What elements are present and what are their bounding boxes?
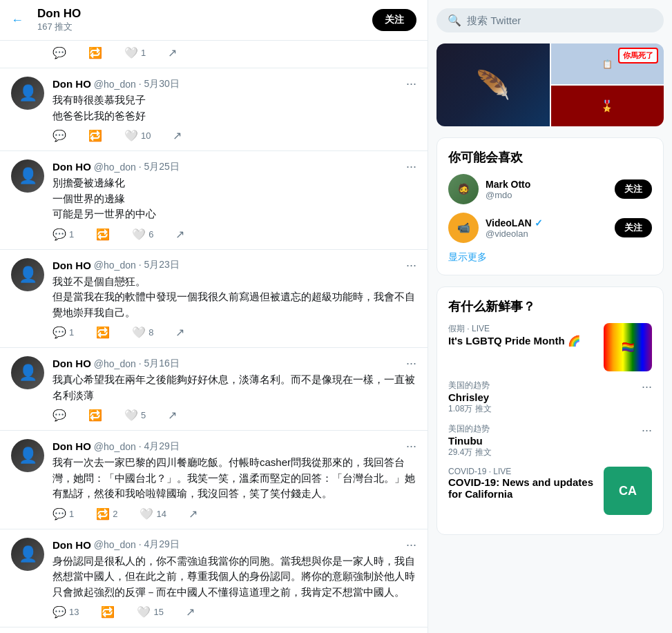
suggestion-handle: @videolan [486, 228, 615, 239]
tweet-more-button[interactable]: ··· [406, 159, 416, 174]
tweet-header: Don HO @ho_don · 5月30日 ··· [52, 77, 416, 91]
tweet-more-button[interactable]: ··· [406, 538, 416, 552]
tweet-header: Don HO @ho_don · 5月25日 ··· [52, 159, 416, 174]
retweet-action[interactable]: 🔁 [96, 326, 110, 339]
top-actions-bar: 💬 🔁 🤍 1 ↗ [0, 41, 428, 68]
search-input[interactable] [467, 14, 653, 26]
share-action[interactable]: ↗ [189, 507, 198, 520]
follow-button[interactable]: 关注 [372, 9, 416, 31]
like-action[interactable]: 🤍 6 [132, 228, 153, 241]
like-action[interactable]: 🤍 1 [124, 46, 146, 59]
tweet-date: · 4月29日 [139, 538, 180, 551]
trend-item: COVID-19 · LIVE COVID-19: News and updat… [448, 467, 652, 515]
like-action[interactable]: 🤍 8 [132, 326, 153, 339]
tweet-handle: @ho_don [94, 260, 136, 271]
header-info: Don HO 167 推文 → [37, 7, 372, 33]
like-icon: 🤍 [137, 605, 151, 619]
like-count: 1 [141, 48, 146, 58]
share-action[interactable]: ↗ [168, 46, 177, 59]
share-icon: ↗ [168, 46, 177, 59]
like-count: 15 [153, 607, 163, 617]
suggestion-name: Mark Otto [486, 179, 615, 190]
trend-main-image: 🪶 [436, 43, 550, 126]
like-count: 6 [148, 229, 153, 240]
user-avatar: 👤 [11, 77, 44, 110]
tweet-text: 我有一次去一家巴黎的四川餐廳吃飯。付帳時casher問我從那來的，我回答台灣，她… [52, 455, 416, 502]
tweet-handle: @ho_don [94, 441, 136, 452]
share-action[interactable]: ↗ [175, 326, 184, 339]
follow-suggestion-button[interactable]: 关注 [615, 179, 652, 199]
reply-action[interactable]: 💬 13 [52, 605, 79, 619]
like-count: 8 [148, 327, 153, 338]
retweet-action[interactable]: 🔁 [88, 46, 102, 59]
tweet-more-button[interactable]: ··· [406, 356, 416, 371]
tweet-header: Don HO @ho_don · 4月29日 ··· [52, 439, 416, 454]
retweet-action[interactable]: 🔁 [96, 228, 110, 241]
tweet-username: Don HO [52, 358, 91, 369]
trend-name[interactable]: Chrisley [448, 391, 642, 403]
like-action[interactable]: 🤍 14 [140, 507, 166, 520]
tweet-username: Don HO [52, 161, 91, 173]
tweet-text: 我真心希望我在兩年之後能夠好好休息，淡薄名利。而不是像現在一樣，一直被名利淡薄 [52, 372, 416, 403]
tweet-actions: 💬 🔁 🤍 5 ↗ [52, 409, 416, 422]
tweet-row: 👤 Don HO @ho_don · 5月30日 ··· 我有時很羨慕我兒子他爸… [0, 68, 428, 151]
like-action[interactable]: 🤍 5 [124, 409, 146, 422]
retweet-action[interactable]: 🔁 [101, 605, 115, 619]
user-avatar: 👤 [11, 159, 44, 193]
trend-name[interactable]: Tinubu [448, 435, 642, 447]
like-action[interactable]: 🤍 15 [137, 605, 163, 619]
retweet-icon: 🔁 [96, 507, 110, 520]
reply-action[interactable]: 💬 [52, 409, 66, 422]
tweet-meta: Don HO @ho_don · 5月16日 [52, 358, 180, 370]
trend-more-button[interactable]: ··· [642, 380, 652, 394]
tweet-more-button[interactable]: ··· [406, 439, 416, 454]
tweet-actions: 💬 1 🔁 🤍 6 ↗ [52, 228, 416, 241]
tweet-count: 167 推文 [37, 21, 372, 33]
search-box[interactable]: 🔍 [436, 8, 664, 32]
reply-action[interactable]: 💬 1 [52, 228, 74, 241]
right-sidebar: 🔍 🪶 📋 你馬死了 🎖️ 你可能会喜欢 [428, 0, 672, 633]
reply-action[interactable]: 💬 1 [52, 326, 74, 339]
trend-name[interactable]: COVID-19: News and updates for Californi… [448, 476, 598, 500]
share-action[interactable]: ↗ [175, 228, 184, 241]
tweet-body: Don HO @ho_don · 5月30日 ··· 我有時很羨慕我兒子他爸爸比… [52, 77, 416, 142]
share-icon: ↗ [189, 507, 198, 520]
retweet-icon: 🔁 [88, 409, 102, 422]
share-action[interactable]: ↗ [186, 605, 195, 619]
like-icon: 🤍 [140, 507, 153, 520]
verified-icon: ✓ [535, 217, 543, 228]
tweet-more-button[interactable]: ··· [406, 77, 416, 91]
tweet-more-button[interactable]: ··· [406, 258, 416, 273]
tweet-date: · 5月23日 [139, 259, 180, 271]
tweet-username: Don HO [52, 260, 91, 271]
tweet-body: Don HO @ho_don · 4月29日 ··· 我有一次去一家巴黎的四川餐… [52, 439, 416, 520]
suggestions-title: 你可能会喜欢 [448, 149, 652, 166]
trend-more-button[interactable]: ··· [642, 423, 652, 438]
reply-action[interactable]: 💬 [52, 46, 66, 59]
retweet-action[interactable]: 🔁 [88, 129, 102, 142]
tweet-username: Don HO [52, 440, 91, 452]
whats-happening-title: 有什么新鲜事？ [448, 298, 652, 315]
suggestion-item: 📹 VideoLAN ✓ @videolan 关注 [448, 213, 652, 243]
trends-list: 假期 · LIVE It's LGBTQ Pride Month 🌈 🏳️‍🌈 … [448, 323, 652, 515]
retweet-icon: 🔁 [96, 326, 110, 339]
back-button[interactable]: ← [11, 13, 23, 28]
retweet-action[interactable]: 🔁 2 [96, 507, 117, 520]
trend-overlay-text: 📋 [602, 59, 613, 69]
share-action[interactable]: ↗ [168, 409, 177, 422]
tweet-body: Don HO @ho_don · 4月29日 ··· 身份認同是很私人的，你不需… [52, 538, 416, 619]
like-action[interactable]: 🤍 10 [124, 129, 151, 142]
reply-action[interactable]: 💬 1 [52, 507, 74, 520]
reply-action[interactable]: 💬 [52, 129, 66, 142]
share-action[interactable]: ↗ [173, 129, 182, 142]
show-more-link[interactable]: 显示更多 [448, 251, 652, 264]
trend-name[interactable]: It's LGBTQ Pride Month 🌈 [448, 335, 598, 347]
trend-category: 美国的趋势 [448, 380, 642, 391]
reply-icon: 💬 [52, 409, 66, 422]
trend-image: 🏳️‍🌈 [604, 323, 652, 371]
retweet-action[interactable]: 🔁 [88, 409, 102, 422]
tweet-date: · 5月16日 [139, 358, 180, 370]
reply-icon: 💬 [52, 507, 66, 520]
trend-count: 1.08万 推文 [448, 403, 642, 415]
follow-suggestion-button[interactable]: 关注 [615, 218, 652, 237]
